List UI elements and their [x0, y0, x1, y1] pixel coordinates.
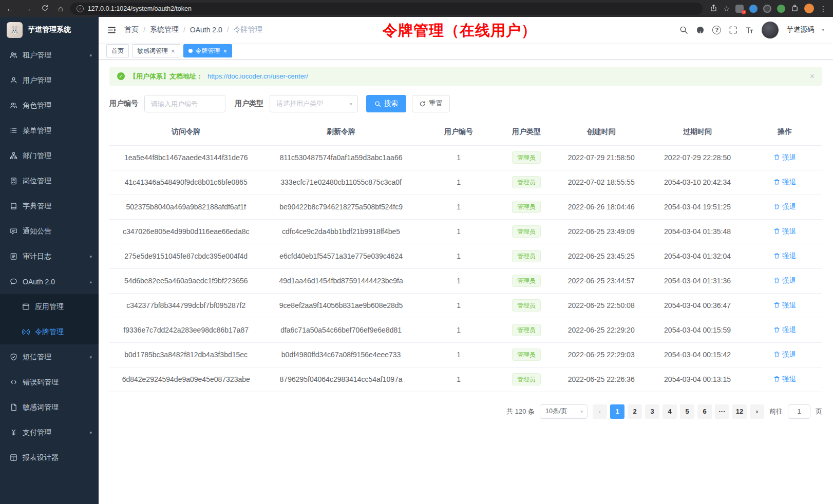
page-button[interactable]: 2: [628, 404, 642, 419]
sidebar-item-label: 菜单管理: [23, 126, 92, 135]
force-logout-button[interactable]: 强退: [773, 202, 796, 211]
page-button[interactable]: 4: [662, 404, 677, 419]
user-id-cell: 1: [420, 342, 498, 367]
col-created: 创建时间: [555, 119, 647, 145]
extension-icon[interactable]: 0: [735, 5, 744, 13]
sidebar-item-tenant[interactable]: 租户管理 ▾: [0, 43, 99, 68]
page-size-value: 10条/页: [545, 407, 567, 416]
user-id-input[interactable]: [144, 95, 225, 112]
sidebar-item-notice[interactable]: 通知公告: [0, 219, 99, 244]
share-icon[interactable]: [710, 4, 717, 13]
user-type-cell: 管理员: [498, 268, 555, 293]
breadcrumb-item[interactable]: 系统管理: [150, 25, 179, 34]
force-logout-button[interactable]: 强退: [773, 251, 796, 261]
user-type-cell: 管理员: [498, 170, 555, 195]
table-row: 502375b8040a469a9b82188afdf6af1f be90422…: [109, 195, 822, 219]
page-button[interactable]: 12: [732, 404, 747, 419]
topbar: 首页 / 系统管理 / OAuth 2.0 / 令牌管理 令牌管理（在线用户） …: [99, 17, 833, 43]
address-bar[interactable]: i 127.0.0.1:1024/system/oauth2/token: [70, 3, 703, 15]
sidebar-item-sms[interactable]: 短信管理 ▾: [0, 344, 99, 370]
username[interactable]: 芋道源码: [786, 25, 814, 34]
sidebar-item-pay[interactable]: 支付管理 ▾: [0, 420, 99, 445]
chevron-down-icon[interactable]: ▾: [822, 27, 824, 32]
user-type-badge: 管理员: [512, 201, 541, 213]
sidebar-item-label: 错误码管理: [23, 378, 92, 387]
sidebar-item-oauth-tokens[interactable]: 令牌管理: [0, 319, 99, 344]
delete-icon: [773, 277, 780, 284]
goto-page-input[interactable]: [788, 404, 810, 419]
breadcrumb-item[interactable]: 首页: [124, 25, 139, 34]
sidebar-item-user[interactable]: 用户管理: [0, 68, 99, 93]
tab-token[interactable]: 令牌管理 ×: [183, 44, 233, 57]
extension-icon[interactable]: [777, 5, 785, 13]
bookmark-star-icon[interactable]: ☆: [723, 5, 730, 12]
sidebar-item-sensitive-word[interactable]: 敏感词管理: [0, 395, 99, 420]
access-token-cell: c347026e805e4d99b0d116eae66eda8c: [109, 219, 262, 244]
next-page-button[interactable]: ›: [750, 404, 764, 419]
user-avatar[interactable]: [762, 22, 779, 38]
close-icon[interactable]: ×: [171, 48, 175, 54]
prev-page-button[interactable]: ‹: [593, 404, 607, 419]
help-icon[interactable]: ?: [712, 26, 721, 34]
sidebar-item-dict[interactable]: 字典管理: [0, 193, 99, 219]
browser-menu-icon[interactable]: ⋮: [820, 5, 827, 12]
close-icon[interactable]: ×: [223, 48, 228, 54]
force-logout-button[interactable]: 强退: [773, 325, 796, 335]
extension-icon[interactable]: [749, 5, 758, 13]
page-button[interactable]: 6: [697, 404, 712, 419]
force-logout-button[interactable]: 强退: [773, 178, 796, 187]
font-size-icon[interactable]: [745, 26, 754, 34]
sidebar-item-report-designer[interactable]: 报表设计器: [0, 445, 99, 470]
force-logout-button[interactable]: 强退: [773, 276, 796, 285]
forward-icon[interactable]: →: [24, 5, 32, 13]
site-info-icon[interactable]: i: [77, 5, 84, 12]
browser-profile-avatar[interactable]: [804, 4, 814, 13]
sidebar-item-post[interactable]: 岗位管理: [0, 168, 99, 193]
force-logout-button[interactable]: 强退: [773, 153, 796, 162]
sidebar-item-error-code[interactable]: 错误码管理: [0, 370, 99, 395]
home-icon[interactable]: ⌂: [58, 5, 63, 13]
doc-link[interactable]: https://doc.iocoder.cn/user-center/: [207, 72, 308, 80]
collapse-sidebar-icon[interactable]: [107, 26, 116, 34]
force-logout-button[interactable]: 强退: [773, 227, 796, 236]
force-logout-button[interactable]: 强退: [773, 350, 796, 359]
tab-home[interactable]: 首页: [106, 44, 129, 57]
page-button[interactable]: 1: [610, 404, 624, 419]
expires-cell: 2054-03-04 01:31:36: [648, 268, 747, 293]
github-icon[interactable]: [696, 26, 705, 34]
force-logout-button[interactable]: 强退: [773, 301, 796, 310]
page-button[interactable]: 5: [680, 404, 694, 419]
chevron-down-icon: ▾: [89, 53, 92, 58]
sidebar-item-oauth[interactable]: OAuth 2.0 ▴: [0, 269, 99, 294]
search-button[interactable]: 搜索: [366, 95, 406, 112]
search-icon[interactable]: [679, 26, 688, 34]
fullscreen-icon[interactable]: [729, 26, 737, 34]
extension-icon[interactable]: [763, 5, 771, 13]
created-cell: 2022-06-25 22:26:36: [555, 367, 647, 392]
page-button[interactable]: 3: [645, 404, 659, 419]
force-logout-button[interactable]: 强退: [773, 375, 796, 384]
refresh-token-cell: e6cfd40eb1f54571a31e775e039c4624: [262, 244, 419, 268]
sidebar-item-oauth-apps[interactable]: 应用管理: [0, 294, 99, 319]
tab-sensitive-word[interactable]: 敏感词管理 ×: [132, 44, 180, 57]
sidebar-item-role[interactable]: 角色管理: [0, 93, 99, 118]
more-pages-button[interactable]: ···: [715, 404, 729, 419]
page-size-select[interactable]: 10条/页 ▾: [540, 404, 588, 419]
sidebar-item-dept[interactable]: 部门管理: [0, 143, 99, 168]
user-type-select[interactable]: 请选择用户类型 ▾: [270, 95, 358, 112]
reset-button[interactable]: 重置: [412, 95, 450, 112]
annotation-text: 令牌管理（在线用户）: [383, 21, 537, 41]
app-window-icon: [22, 303, 30, 311]
refresh-icon: [419, 101, 426, 107]
browser-nav: ← → ⌂: [6, 4, 63, 13]
sidebar-item-menu[interactable]: 菜单管理: [0, 118, 99, 143]
extensions-puzzle-icon[interactable]: [791, 4, 799, 13]
back-icon[interactable]: ←: [6, 5, 14, 13]
user-type-label: 用户类型: [235, 99, 263, 108]
delete-icon: [773, 326, 780, 333]
col-access-token: 访问令牌: [109, 119, 262, 145]
breadcrumb-item[interactable]: OAuth 2.0: [190, 26, 222, 34]
reload-icon[interactable]: [41, 4, 49, 13]
sidebar-item-audit-log[interactable]: 审计日志 ▾: [0, 244, 99, 269]
close-icon[interactable]: ×: [810, 72, 815, 81]
